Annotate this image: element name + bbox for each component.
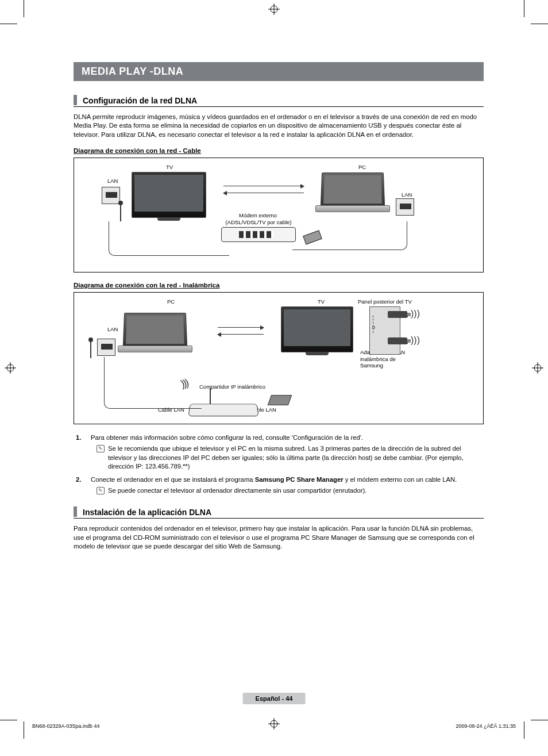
diagram-label: TV [318, 298, 325, 305]
page-title: MEDIA PLAY -DLNA [74, 62, 484, 81]
laptop-icon [321, 172, 390, 213]
diagram-label: PC [358, 164, 366, 170]
arrow-icon [218, 327, 264, 328]
diagram-label: Panel posterior del TV [358, 298, 412, 305]
note-line: ✎ Se puede conectar el televisor al orde… [91, 486, 484, 495]
connector-icon [268, 395, 292, 405]
list-text: Para obtener más información sobre cómo … [91, 434, 363, 441]
modem-icon [221, 227, 296, 242]
cable-line [109, 221, 229, 256]
diagram-label: LAN [402, 191, 412, 198]
diagram-heading-wireless: Diagrama de conexión con la red - Inalám… [74, 282, 484, 289]
intro-paragraph: DLNA permite reproducir imágenes, música… [74, 113, 484, 139]
note-text: Se le recomienda que ubique el televisor… [108, 445, 464, 469]
list-item: Para obtener más información sobre cómo … [76, 433, 484, 471]
wifi-signal-icon: ))) [411, 309, 420, 319]
diagram-label: TV [166, 164, 173, 170]
diagram-label: LAN [107, 178, 118, 184]
diagram-label: Módem externo [218, 212, 298, 218]
footer-doc-id: BN68-02329A-03Spa.indb 44 [32, 723, 100, 729]
network-diagram-cable: TV PC LAN LAN Módem externo (ADSL/VDSL/T… [74, 158, 484, 273]
registration-mark-icon [268, 718, 280, 730]
lan-port-icon [102, 187, 120, 204]
usb-dongle-icon [388, 337, 407, 344]
section-heading: Configuración de la red DLNA [83, 96, 197, 105]
section-marker-icon [74, 506, 77, 517]
tv-icon [281, 306, 353, 352]
dashed-line [373, 316, 374, 333]
antenna-icon [90, 341, 91, 358]
note-icon: ✎ [97, 487, 105, 494]
footer-timestamp: 2009-08-24 ¿ÀÈÄ 1:31:35 [456, 723, 516, 729]
page-number-band: Español - 44 [243, 693, 306, 704]
arrow-icon [218, 334, 264, 335]
network-diagram-wireless: PC TV Panel posterior del TV LAN Adaptad… [74, 292, 484, 424]
note-line: ✎ Se le recomienda que ubique el televis… [91, 444, 484, 470]
diagram-heading-cable: Diagrama de conexión con la red - Cable [74, 147, 484, 154]
cable-line [104, 357, 202, 409]
diagram-label: LAN [107, 326, 118, 332]
antenna-icon [120, 204, 121, 221]
arrow-icon [223, 193, 304, 193]
registration-mark-icon [5, 362, 16, 374]
registration-mark-icon [268, 3, 280, 15]
note-text: Se puede conectar el televisor al ordena… [108, 487, 366, 494]
instruction-list: Para obtener más información sobre cómo … [76, 433, 484, 495]
usb-dongle-icon [388, 311, 407, 318]
section2-paragraph: Para reproducir contenidos del ordenador… [74, 524, 484, 551]
list-item: Conecte el ordenador en el que se instal… [76, 475, 484, 495]
note-icon: ✎ [97, 445, 105, 452]
laptop-icon [124, 312, 192, 354]
section-marker-icon [74, 95, 77, 105]
registration-mark-icon [532, 362, 543, 374]
wifi-signal-icon: ))) [411, 335, 420, 346]
section-heading: Instalación de la aplicación DLNA [83, 508, 211, 517]
list-text: Conecte el ordenador en el que se instal… [91, 476, 457, 483]
diagram-label: PC [167, 298, 175, 305]
lan-port-icon [97, 339, 115, 356]
tv-icon [132, 172, 206, 218]
lan-port-icon [396, 198, 414, 216]
arrow-icon [223, 186, 304, 186]
